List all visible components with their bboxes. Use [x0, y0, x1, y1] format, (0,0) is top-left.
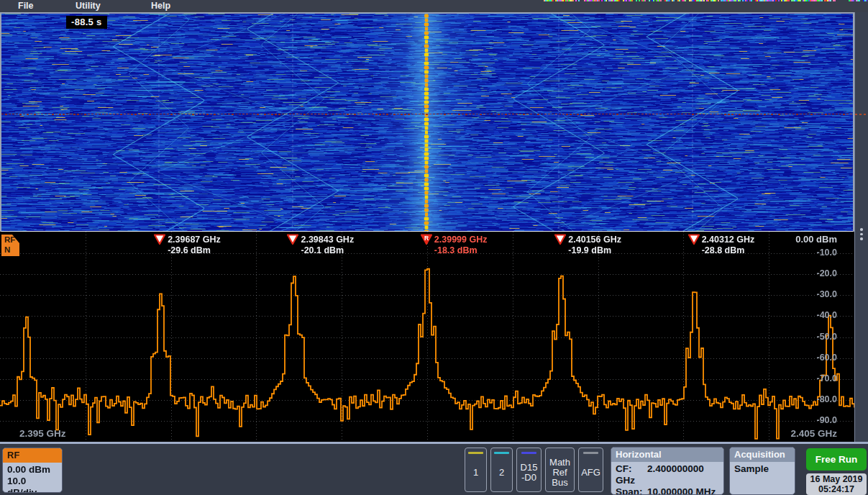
- y-axis-tick: -20.0: [817, 268, 838, 278]
- y-axis-tick: -90.0: [817, 415, 838, 425]
- channel-button-1[interactable]: 1: [465, 448, 487, 492]
- stop-frequency-label: 2.405 GHz: [790, 428, 837, 439]
- marker-frequency: 2.39999 GHz: [434, 235, 488, 245]
- channel-button-afg[interactable]: AFG: [578, 448, 603, 492]
- marker-readout: 2.40156 GHz-19.9 dBm: [568, 235, 621, 256]
- channel-button-label: AFG: [581, 454, 600, 491]
- app-window: FileUtilityHelp -88.5 s 2.39687 GHz-29.6…: [0, 0, 868, 495]
- marker-amplitude: -20.1 dBm: [301, 245, 354, 256]
- horizontal-settings-badge[interactable]: Horizontal CF:2.400000000 GHzSpan:10.000…: [611, 447, 724, 495]
- channel-button-2[interactable]: 2: [490, 448, 513, 492]
- horizontal-setting-row: Span:10.000000 MHz: [616, 486, 719, 495]
- acquisition-title: Acquisition: [730, 448, 795, 462]
- acquisition-badge[interactable]: Acquisition Sample: [729, 447, 795, 495]
- rf-scale: 10.0 dB/div: [7, 476, 58, 493]
- channel-button-label: 1: [473, 454, 478, 491]
- marker-amplitude: -19.9 dBm: [568, 245, 621, 256]
- marker-readout: 2.39843 GHz-20.1 dBm: [301, 235, 354, 256]
- reference-marker-icon[interactable]: R: [420, 234, 433, 245]
- marker-triangle-icon[interactable]: [286, 234, 299, 245]
- svg-text:R: R: [424, 235, 429, 242]
- y-axis-tick: -50.0: [817, 332, 838, 342]
- marker-frequency: 2.40312 GHz: [702, 235, 755, 245]
- bottom-bar: RF 0.00 dBm 10.0 dB/div 12D15-D0MathRefB…: [0, 442, 868, 495]
- channel-button-label: 2: [499, 454, 504, 491]
- rf-ref-level: 0.00 dBm: [7, 464, 58, 476]
- channel-button-d15-d0[interactable]: D15-D0: [516, 448, 542, 492]
- datetime-display: 16 May 2019 05:24:17: [806, 473, 867, 495]
- rf-badge-trace-indicator: N: [4, 245, 19, 255]
- marker-triangle-icon[interactable]: [554, 234, 567, 245]
- menu-utility[interactable]: Utility: [76, 1, 101, 11]
- spectrum-canvas[interactable]: [0, 232, 854, 442]
- marker-readout: 2.40312 GHz-28.8 dBm: [702, 235, 755, 256]
- channel-button-label: MathRefBus: [549, 454, 570, 491]
- channel-button-label: D15-D0: [521, 454, 538, 491]
- marker-frequency: 2.40156 GHz: [568, 235, 621, 245]
- rf-settings-badge[interactable]: RF 0.00 dBm 10.0 dB/div: [2, 448, 63, 493]
- horizontal-title: Horizontal: [611, 448, 723, 462]
- y-axis-tick: -40.0: [817, 310, 838, 320]
- channel-buttons: 12D15-D0MathRefBusAFG: [465, 448, 603, 492]
- acquisition-mode: Sample: [734, 463, 790, 475]
- top-noise-strip: [544, 0, 868, 2]
- spectrogram-panel[interactable]: -88.5 s: [0, 12, 854, 232]
- spectrum-panel[interactable]: 2.39687 GHz-29.6 dBm2.39843 GHz-20.1 dBm…: [0, 232, 854, 442]
- marker-triangle-icon[interactable]: [687, 234, 700, 245]
- spectrogram-time-label: -88.5 s: [66, 16, 107, 29]
- spectrum-top-scale-label: 0.00 dBm: [795, 234, 837, 245]
- marker-frequency: 2.39687 GHz: [168, 235, 221, 245]
- channel-button-math-ref-bus[interactable]: MathRefBus: [545, 448, 575, 492]
- marker-amplitude: -28.8 dBm: [702, 245, 755, 256]
- y-axis-tick: -80.0: [817, 394, 838, 404]
- menu-help[interactable]: Help: [151, 1, 170, 11]
- run-status-button[interactable]: Free Run: [806, 448, 867, 471]
- menu-file[interactable]: File: [18, 1, 34, 11]
- y-axis-tick: -60.0: [817, 353, 838, 363]
- y-axis-tick: -70.0: [817, 373, 838, 383]
- marker-readout: 2.39999 GHz-18.3 dBm: [434, 235, 488, 256]
- rf-settings-title: RF: [3, 448, 62, 463]
- right-gutter: [854, 12, 868, 442]
- spectrogram-canvas[interactable]: [1, 14, 853, 231]
- spectrum-markers: 2.39687 GHz-29.6 dBm2.39843 GHz-20.1 dBm…: [0, 232, 854, 261]
- marker-amplitude: -29.6 dBm: [168, 245, 221, 256]
- marker-readout: 2.39687 GHz-29.6 dBm: [168, 235, 221, 256]
- horizontal-setting-row: CF:2.400000000 GHz: [616, 463, 719, 486]
- more-handle-icon[interactable]: [859, 226, 864, 242]
- marker-frequency: 2.39843 GHz: [301, 235, 354, 245]
- start-frequency-label: 2.395 GHz: [19, 428, 66, 439]
- y-axis-tick: -30.0: [817, 289, 838, 299]
- time-cursor-extension: [855, 114, 868, 115]
- time-label: 05:24:17: [806, 484, 867, 494]
- y-axis-tick: -10.0: [817, 247, 838, 258]
- marker-triangle-icon[interactable]: [153, 234, 166, 245]
- marker-amplitude: -18.3 dBm: [434, 245, 488, 256]
- date-label: 16 May 2019: [806, 474, 867, 484]
